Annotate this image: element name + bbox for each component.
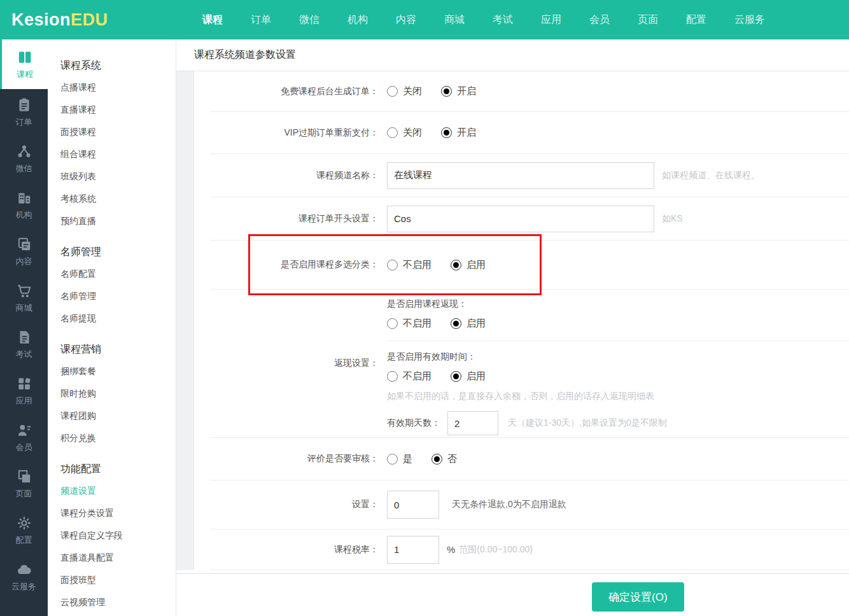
sidebar-item-bundle-package[interactable]: 捆绑套餐 bbox=[60, 361, 176, 383]
sidebar-item-channel-settings[interactable]: 频道设置 bbox=[60, 480, 176, 503]
sidebar-item-group-buy[interactable]: 课程团购 bbox=[60, 405, 176, 428]
network-icon bbox=[16, 143, 32, 160]
radio-option-on[interactable]: 开启 bbox=[441, 127, 476, 139]
topnav-pages[interactable]: 页面 bbox=[638, 13, 658, 27]
field-label: 设置： bbox=[210, 499, 379, 510]
radio-label: 不启用 bbox=[403, 370, 432, 382]
topnav-institution[interactable]: 机构 bbox=[347, 13, 368, 27]
confirm-settings-button[interactable]: 确定设置(O) bbox=[592, 582, 684, 612]
radio-checked-icon[interactable] bbox=[441, 127, 452, 138]
rail-label: 课程 bbox=[17, 69, 33, 80]
sidebar-item-live-courses[interactable]: 直播课程 bbox=[60, 99, 176, 122]
radio-option-no[interactable]: 否 bbox=[432, 453, 457, 465]
radio-option-off[interactable]: 不启用 bbox=[387, 259, 432, 271]
gear-icon bbox=[16, 515, 32, 531]
sidebar-section-course-system: 课程系统 bbox=[60, 59, 176, 73]
sidebar-item-cloud-video-mgmt[interactable]: 云视频管理 bbox=[60, 592, 176, 614]
radio-label: 关闭 bbox=[403, 85, 422, 97]
form-footer: 确定设置(O) bbox=[176, 573, 849, 616]
radio-checked-icon[interactable] bbox=[451, 318, 461, 329]
radio-option-yes[interactable]: 是 bbox=[387, 453, 412, 465]
refund-hint: 天无条件退款,0为不启用退款 bbox=[452, 499, 566, 510]
rail-item-institution[interactable]: 机构 bbox=[0, 182, 48, 228]
rail-item-cloud[interactable]: 云服务 bbox=[0, 554, 48, 600]
radio-unchecked-icon[interactable] bbox=[387, 454, 398, 465]
tax-rate-input[interactable] bbox=[387, 536, 439, 564]
topnav-apps[interactable]: 应用 bbox=[541, 13, 561, 27]
brand-logo[interactable]: KesionEDU bbox=[0, 10, 176, 30]
topnav-exam[interactable]: 考试 bbox=[493, 13, 513, 27]
sidebar-item-teacher-withdraw[interactable]: 名师提现 bbox=[60, 308, 176, 330]
topnav-courses[interactable]: 课程 bbox=[202, 13, 223, 27]
sidebar-section-function-config: 功能配置 bbox=[60, 463, 176, 476]
radio-checked-icon[interactable] bbox=[432, 454, 442, 465]
pages-icon bbox=[16, 468, 32, 485]
rail-item-courses[interactable]: 课程 bbox=[0, 39, 48, 89]
rail-label: 商城 bbox=[16, 302, 32, 314]
refund-days-input[interactable] bbox=[387, 491, 439, 519]
radio-unchecked-icon[interactable] bbox=[387, 127, 398, 138]
radio-option-off[interactable]: 关闭 bbox=[387, 127, 422, 139]
exam-icon bbox=[16, 329, 32, 346]
radio-option-on[interactable]: 启用 bbox=[451, 259, 486, 271]
radio-label: 否 bbox=[447, 453, 457, 465]
sidebar-item-combo-courses[interactable]: 组合课程 bbox=[60, 144, 176, 166]
sidebar-item-live-booking[interactable]: 预约直播 bbox=[60, 211, 176, 233]
radio-unchecked-icon[interactable] bbox=[387, 260, 398, 270]
sidebar-item-assessment-system[interactable]: 考核系统 bbox=[60, 188, 176, 211]
topnav-cloud[interactable]: 云服务 bbox=[734, 13, 765, 27]
rail-item-members[interactable]: 会员 bbox=[0, 414, 48, 461]
radio-checked-icon[interactable] bbox=[441, 86, 452, 97]
order-prefix-input[interactable] bbox=[387, 206, 654, 232]
sidebar-item-course-category-settings[interactable]: 课程分类设置 bbox=[60, 503, 176, 525]
rail-item-config[interactable]: 配置 bbox=[0, 507, 48, 554]
rail-label: 会员 bbox=[16, 442, 32, 453]
radio-unchecked-icon[interactable] bbox=[387, 371, 398, 382]
radio-unchecked-icon[interactable] bbox=[387, 318, 398, 329]
row-tax-rate: 课程税率： % 范围(0.00~100.00) bbox=[210, 529, 849, 570]
radio-checked-icon[interactable] bbox=[451, 371, 461, 382]
field-label: 评价是否要审核： bbox=[210, 453, 379, 465]
radio-unchecked-icon[interactable] bbox=[387, 86, 398, 97]
sidebar-item-offline-class-type[interactable]: 面授班型 bbox=[60, 570, 176, 592]
radio-option-on[interactable]: 启用 bbox=[451, 318, 486, 330]
rail-item-wechat[interactable]: 微信 bbox=[0, 136, 48, 182]
rail-item-exam[interactable]: 考试 bbox=[0, 321, 48, 368]
sidebar-item-live-props-config[interactable]: 直播道具配置 bbox=[60, 547, 176, 570]
sidebar-item-offline-courses[interactable]: 面授课程 bbox=[60, 122, 176, 144]
sidebar-item-course-custom-fields[interactable]: 课程自定义字段 bbox=[60, 525, 176, 547]
radio-option-off[interactable]: 不启用 bbox=[387, 318, 432, 330]
sidebar-item-teacher-config[interactable]: 名师配置 bbox=[60, 263, 176, 286]
row-review-audit: 评价是否要审核： 是 否 bbox=[210, 438, 849, 480]
validity-days-input[interactable] bbox=[447, 411, 498, 435]
content-icon bbox=[16, 236, 32, 253]
top-bar: KesionEDU 课程 订单 微信 机构 内容 商城 考试 应用 会员 页面 … bbox=[0, 0, 849, 39]
sidebar-item-class-list[interactable]: 班级列表 bbox=[60, 166, 176, 188]
rail-item-orders[interactable]: 订单 bbox=[0, 89, 48, 136]
channel-name-input[interactable] bbox=[387, 162, 654, 189]
clipboard-icon bbox=[16, 97, 32, 113]
rail-item-apps[interactable]: 应用 bbox=[0, 368, 48, 414]
sidebar-item-points-exchange[interactable]: 积分兑换 bbox=[60, 428, 176, 450]
rail-item-content[interactable]: 内容 bbox=[0, 228, 48, 275]
sidebar-item-teacher-manage[interactable]: 名师管理 bbox=[60, 286, 176, 308]
rail-item-mall[interactable]: 商城 bbox=[0, 275, 48, 321]
sidebar-section-course-marketing: 课程营销 bbox=[60, 343, 176, 356]
sidebar-item-flash-sale[interactable]: 限时抢购 bbox=[60, 383, 176, 405]
cloud-icon bbox=[16, 561, 32, 578]
rail-item-pages[interactable]: 页面 bbox=[0, 461, 48, 507]
radio-option-on[interactable]: 启用 bbox=[451, 370, 486, 382]
topnav-config[interactable]: 配置 bbox=[686, 13, 706, 27]
tax-control: % 范围(0.00~100.00) bbox=[387, 536, 849, 564]
sidebar-item-vod-courses[interactable]: 点播课程 bbox=[60, 77, 176, 99]
radio-option-on[interactable]: 开启 bbox=[441, 85, 476, 97]
cashback-validity-block: 是否启用有效期时间： 不启用 启用 如果不启用的话，是直接存入余额，否则，启用的… bbox=[387, 341, 849, 438]
topnav-content[interactable]: 内容 bbox=[396, 13, 416, 27]
radio-option-off[interactable]: 关闭 bbox=[387, 85, 422, 97]
radio-option-off[interactable]: 不启用 bbox=[387, 370, 432, 382]
topnav-orders[interactable]: 订单 bbox=[251, 13, 271, 27]
topnav-members[interactable]: 会员 bbox=[589, 13, 610, 27]
topnav-wechat[interactable]: 微信 bbox=[299, 13, 319, 27]
radio-checked-icon[interactable] bbox=[451, 260, 461, 270]
topnav-mall[interactable]: 商城 bbox=[444, 13, 465, 27]
